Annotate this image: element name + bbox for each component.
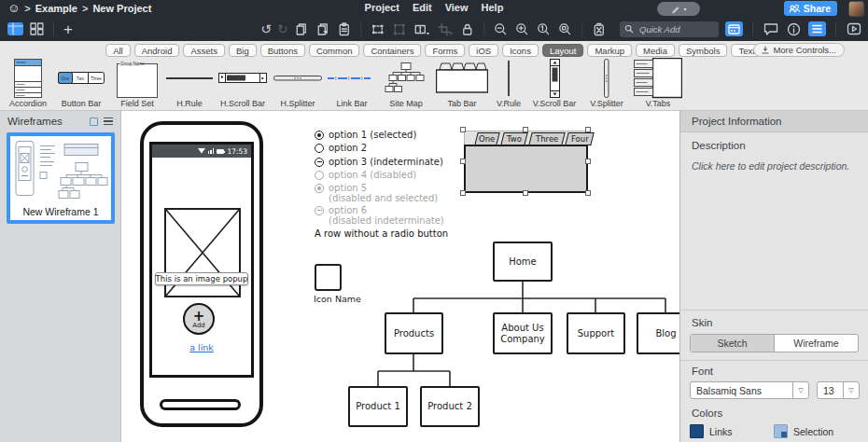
category-all[interactable]: All bbox=[105, 44, 131, 57]
sitemap-node-support[interactable]: Support bbox=[567, 312, 625, 354]
paste-icon[interactable] bbox=[337, 21, 353, 37]
info-icon[interactable] bbox=[786, 21, 802, 37]
smartphone-widget[interactable]: 17:53 This is an image popup + Add a lin… bbox=[140, 121, 263, 427]
control-v-tabs[interactable]: V.Tabs bbox=[631, 57, 685, 109]
breadcrumb-project[interactable]: Example bbox=[35, 3, 77, 14]
category-forms[interactable]: Forms bbox=[425, 44, 465, 57]
radio-icon[interactable] bbox=[315, 144, 324, 153]
tab-two[interactable]: Two bbox=[500, 132, 527, 145]
zoom-actual-size-icon[interactable] bbox=[537, 21, 553, 37]
links-color-swatch[interactable] bbox=[690, 424, 704, 438]
present-icon[interactable] bbox=[846, 21, 862, 36]
control-v-scroll-bar[interactable]: V.Scroll Bar bbox=[526, 57, 582, 109]
category-containers[interactable]: Containers bbox=[363, 44, 421, 57]
category-icons[interactable]: Icons bbox=[502, 44, 539, 57]
zoom-fit-icon[interactable] bbox=[558, 21, 574, 37]
duplicate-icon[interactable] bbox=[315, 21, 331, 37]
selection-handle[interactable] bbox=[460, 127, 466, 132]
selection-handle[interactable] bbox=[460, 159, 466, 164]
control-h-scroll-bar[interactable]: H.Scroll Bar bbox=[215, 57, 271, 109]
tab-four[interactable]: Four bbox=[565, 132, 594, 145]
control-v-rule[interactable]: V.Rule bbox=[491, 57, 526, 109]
selection-handle[interactable] bbox=[585, 190, 591, 196]
list-view-icon[interactable] bbox=[104, 117, 113, 126]
selection-handle[interactable] bbox=[460, 190, 466, 196]
menu-project[interactable]: Project bbox=[365, 2, 399, 13]
user-avatar[interactable] bbox=[848, 1, 864, 17]
font-size-select[interactable]: 13 ▽ bbox=[817, 381, 860, 399]
control-link-bar[interactable]: Link Bar bbox=[325, 57, 379, 109]
category-assets[interactable]: Assets bbox=[183, 44, 225, 57]
control-site-map[interactable]: Site Map bbox=[379, 57, 433, 109]
category-markup[interactable]: Markup bbox=[587, 44, 632, 57]
sitemap-node-home[interactable]: Home bbox=[493, 242, 553, 282]
category-layout-selected[interactable]: Layout bbox=[542, 44, 584, 57]
sitemap-node-blog[interactable]: Blog bbox=[637, 312, 679, 354]
add-button-widget[interactable]: + Add bbox=[183, 303, 215, 335]
control-h-rule[interactable]: H.Rule bbox=[164, 57, 215, 109]
wireframe-thumbnail-selected[interactable]: New Wireframe 1 bbox=[7, 132, 115, 224]
control-h-splitter[interactable]: H.Splitter bbox=[271, 57, 325, 109]
menu-edit[interactable]: Edit bbox=[413, 2, 432, 13]
breadcrumb-page[interactable]: New Project bbox=[92, 3, 151, 14]
tab-three[interactable]: Three bbox=[528, 132, 565, 145]
control-field-set[interactable]: Group Name Field Set bbox=[110, 57, 164, 109]
category-ios[interactable]: iOS bbox=[469, 44, 498, 57]
quick-add-input[interactable] bbox=[637, 23, 714, 35]
delete-icon[interactable] bbox=[592, 21, 608, 37]
sitemap-node-product1[interactable]: Product 1 bbox=[348, 386, 408, 427]
inspector-toggle-button[interactable] bbox=[808, 21, 826, 36]
control-v-splitter[interactable]: V.Splitter bbox=[582, 57, 631, 109]
redo-icon[interactable]: ↻ bbox=[277, 22, 288, 35]
control-button-bar[interactable]: OneTwoThree Button Bar bbox=[52, 57, 110, 109]
resize-icon[interactable] bbox=[413, 21, 431, 37]
thumbnail-view-icon[interactable] bbox=[90, 117, 98, 126]
copy-icon[interactable] bbox=[294, 21, 310, 37]
transform-icon[interactable] bbox=[371, 21, 386, 37]
sitemap-node-products[interactable]: Products bbox=[385, 312, 443, 354]
edit-mode-button[interactable]: ▾ bbox=[657, 2, 700, 16]
skin-sketch-option[interactable]: Sketch bbox=[691, 335, 775, 352]
radio-button-group-widget[interactable]: option 1 (selected) option 2 option 3 (i… bbox=[315, 130, 473, 256]
category-media[interactable]: Media bbox=[636, 44, 675, 57]
zoom-out-icon[interactable] bbox=[494, 21, 510, 37]
category-android[interactable]: Android bbox=[134, 44, 180, 57]
menu-view[interactable]: View bbox=[445, 2, 469, 13]
group-icon[interactable] bbox=[392, 21, 408, 37]
lock-icon[interactable] bbox=[460, 21, 476, 37]
add-wireframe-icon[interactable]: + bbox=[63, 21, 73, 37]
radio-indeterminate-icon[interactable] bbox=[315, 158, 324, 167]
category-buttons[interactable]: Buttons bbox=[260, 44, 305, 57]
balsamiq-logo-icon[interactable]: ☺ bbox=[7, 2, 20, 14]
skin-wireframe-option[interactable]: Wireframe bbox=[775, 335, 858, 352]
description-placeholder[interactable]: Click here to edit project description. bbox=[692, 160, 849, 172]
undo-icon[interactable]: ↺ bbox=[260, 22, 272, 35]
grid-view-icon[interactable] bbox=[30, 22, 44, 35]
radio-selected-icon[interactable] bbox=[315, 131, 324, 140]
control-tab-bar[interactable]: Tab Bar bbox=[433, 57, 491, 109]
selection-handle[interactable] bbox=[523, 127, 528, 132]
ui-library-toggle-button[interactable] bbox=[725, 21, 743, 36]
selection-color-swatch[interactable] bbox=[774, 424, 788, 438]
category-big[interactable]: Big bbox=[229, 44, 257, 57]
sitemap-node-about[interactable]: About UsCompany bbox=[493, 312, 553, 354]
tab-bar-widget-selected[interactable]: One Two Three Four bbox=[464, 131, 588, 193]
wireframes-panel-view-icon[interactable] bbox=[7, 22, 23, 35]
tab-one[interactable]: One bbox=[474, 132, 499, 145]
control-accordion[interactable]: Accordion bbox=[4, 57, 52, 109]
selection-handle[interactable] bbox=[523, 190, 528, 196]
more-controls-button[interactable]: More Controls... bbox=[753, 43, 845, 57]
selection-handle[interactable] bbox=[585, 159, 591, 164]
link-widget[interactable]: a link bbox=[152, 342, 251, 352]
icon-placeholder-widget[interactable] bbox=[315, 264, 342, 291]
wireframe-canvas[interactable]: 17:53 This is an image popup + Add a lin… bbox=[121, 111, 679, 442]
menu-help[interactable]: Help bbox=[482, 2, 504, 13]
font-family-select[interactable]: Balsamiq Sans ▽ bbox=[690, 381, 809, 399]
zoom-in-icon[interactable] bbox=[515, 21, 531, 37]
quick-add-search[interactable] bbox=[620, 21, 719, 37]
category-common[interactable]: Common bbox=[309, 44, 360, 57]
crop-icon[interactable] bbox=[437, 21, 455, 37]
selection-handle[interactable] bbox=[585, 127, 591, 132]
share-button[interactable]: Share bbox=[784, 1, 837, 16]
category-symbols[interactable]: Symbols bbox=[679, 44, 727, 57]
